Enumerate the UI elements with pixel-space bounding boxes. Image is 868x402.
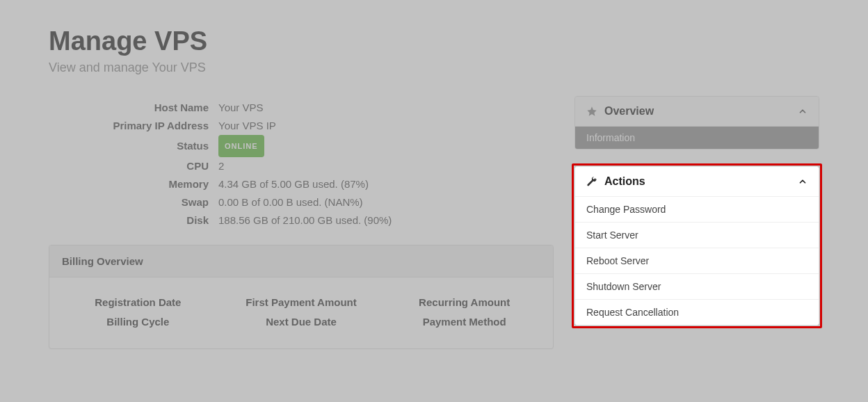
overview-panel-header[interactable]: Overview (575, 97, 819, 127)
wrench-icon (586, 176, 597, 187)
overview-information-item[interactable]: Information (575, 127, 819, 149)
registration-date-label: Registration Date (56, 293, 220, 312)
status-badge: ONLINE (218, 135, 264, 157)
action-start-server[interactable]: Start Server (575, 222, 819, 248)
billing-cycle-label: Billing Cycle (56, 312, 220, 332)
first-payment-amount-label: First Payment Amount (220, 293, 383, 312)
actions-panel: Actions Change Password Start Server Reb… (574, 166, 819, 325)
action-request-cancellation[interactable]: Request Cancellation (575, 299, 819, 325)
billing-overview-card: Billing Overview Registration Date Billi… (49, 245, 554, 349)
page-title: Manage VPS (49, 26, 819, 56)
action-reboot-server[interactable]: Reboot Server (575, 248, 819, 273)
actions-panel-header[interactable]: Actions (575, 167, 819, 197)
primary-ip-label: Primary IP Address (70, 117, 218, 135)
cpu-value: 2 (218, 157, 224, 175)
cpu-label: CPU (70, 157, 218, 175)
chevron-up-icon (798, 177, 807, 186)
next-due-date-label: Next Due Date (220, 312, 383, 332)
recurring-amount-label: Recurring Amount (383, 293, 546, 312)
vps-details: Host Name Your VPS Primary IP Address Yo… (70, 99, 554, 230)
memory-label: Memory (70, 175, 218, 193)
page-subtitle: View and manage Your VPS (49, 61, 819, 75)
action-shutdown-server[interactable]: Shutdown Server (575, 273, 819, 299)
primary-ip-value: Your VPS IP (218, 117, 276, 135)
chevron-up-icon (798, 106, 807, 116)
memory-value: 4.34 GB of 5.00 GB used. (87%) (218, 175, 369, 193)
overview-panel: Overview Information (574, 96, 819, 150)
action-change-password[interactable]: Change Password (575, 197, 819, 222)
actions-panel-title: Actions (604, 175, 645, 188)
host-name-value: Your VPS (218, 99, 264, 117)
billing-overview-header: Billing Overview (49, 246, 553, 278)
status-label: Status (70, 137, 218, 155)
disk-label: Disk (70, 211, 218, 230)
overview-panel-title: Overview (604, 105, 654, 118)
payment-method-label: Payment Method (383, 312, 546, 332)
disk-value: 188.56 GB of 210.00 GB used. (90%) (218, 211, 392, 230)
host-name-label: Host Name (70, 99, 218, 117)
swap-value: 0.00 B of 0.00 B used. (NAN%) (218, 193, 363, 211)
star-icon (586, 106, 597, 117)
swap-label: Swap (70, 193, 218, 211)
